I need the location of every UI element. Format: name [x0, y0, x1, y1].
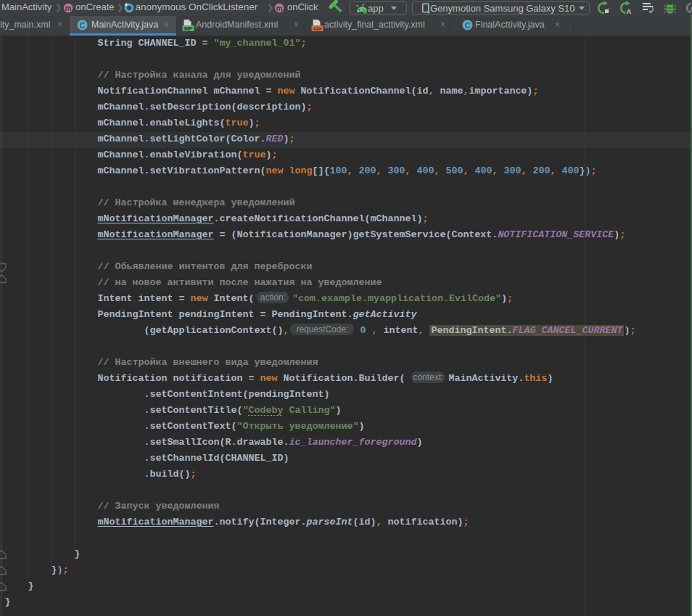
- svg-text:m: m: [65, 4, 72, 12]
- svg-text:</>: </>: [313, 25, 321, 32]
- svg-text:m: m: [276, 4, 283, 12]
- svg-text:MF: MF: [184, 25, 192, 32]
- svg-text:C: C: [80, 21, 86, 30]
- svg-text:A: A: [627, 7, 632, 15]
- svg-text:C: C: [465, 21, 471, 30]
